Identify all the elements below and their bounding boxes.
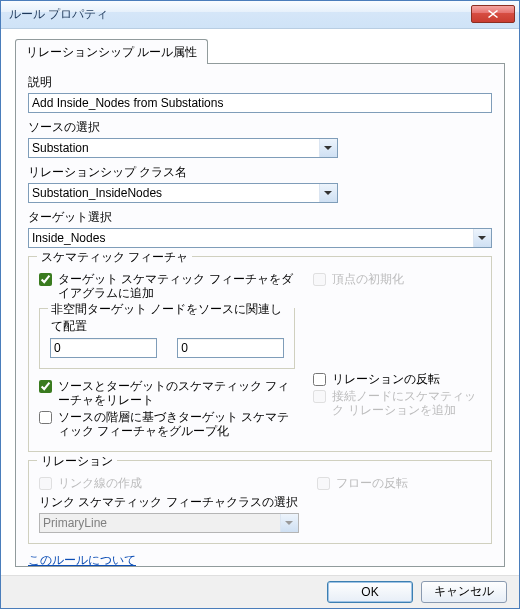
chk-init-vertex-label: 頂点の初期化 <box>332 272 404 286</box>
label-rel-class: リレーションシップ クラス名 <box>28 164 492 181</box>
group-relation-legend: リレーション <box>37 453 117 470</box>
chk-invert-flow <box>317 477 330 490</box>
chk-create-links <box>39 477 52 490</box>
chk-create-links-label: リンク線の作成 <box>58 476 142 490</box>
chk-add-conn-schema <box>313 390 326 403</box>
label-target-select: ターゲット選択 <box>28 209 492 226</box>
tab-panel: 説明 ソースの選択 Substation リレーションシップ クラス名 Subs… <box>15 63 505 567</box>
chk-add-target-diagram-label: ターゲット スケマティック フィーチャをダイアグラムに追加 <box>58 272 295 300</box>
close-button[interactable] <box>471 5 515 23</box>
dialog-window: ルール プロパティ リレーションシップ ルール属性 説明 ソースの選択 Subs… <box>0 0 520 609</box>
chk-init-vertex <box>313 273 326 286</box>
label-link-class: リンク スケマティック フィーチャクラスの選択 <box>39 494 299 511</box>
chk-invert-relation[interactable] <box>313 373 326 386</box>
chk-relate-src-tgt-label: ソースとターゲットのスケマティック フィーチャをリレート <box>58 379 295 407</box>
tab-strip: リレーションシップ ルール属性 <box>15 39 505 63</box>
group-schematic-feature: スケマティック フィーチャ ターゲット スケマティック フィーチャをダイアグラム… <box>28 256 492 452</box>
angle-field[interactable] <box>177 338 284 358</box>
label-description: 説明 <box>28 74 492 91</box>
tab-relationship-attrs[interactable]: リレーションシップ ルール属性 <box>15 39 208 64</box>
button-bar: OK キャンセル <box>1 575 519 608</box>
rel-class-dropdown[interactable]: Substation_InsideNodes <box>28 183 338 203</box>
group-relation: リレーション リンク線の作成 リンク スケマティック フィーチャクラスの選択 P… <box>28 460 492 544</box>
radius-field[interactable] <box>50 338 157 358</box>
client-area: リレーションシップ ルール属性 説明 ソースの選択 Substation リレー… <box>1 29 519 575</box>
close-icon <box>488 10 498 18</box>
chk-add-target-diagram[interactable] <box>39 273 52 286</box>
group-nonspatial-legend: 非空間ターゲット ノードをソースに関連して配置 <box>48 301 294 335</box>
ok-button[interactable]: OK <box>327 581 413 603</box>
source-select-dropdown[interactable]: Substation <box>28 138 338 158</box>
chk-invert-flow-label: フローの反転 <box>336 476 408 490</box>
link-class-dropdown: PrimaryLine <box>39 513 299 533</box>
link-class-value: PrimaryLine <box>43 516 107 530</box>
chk-group-hierarchy[interactable] <box>39 411 52 424</box>
about-rule-link[interactable]: このルールについて <box>28 552 136 569</box>
title-bar: ルール プロパティ <box>1 1 519 29</box>
target-select-dropdown[interactable]: Inside_Nodes <box>28 228 492 248</box>
chk-invert-relation-label: リレーションの反転 <box>332 372 440 386</box>
rel-class-value: Substation_InsideNodes <box>32 186 162 200</box>
chk-add-conn-schema-label: 接続ノードにスケマティック リレーションを追加 <box>332 389 481 417</box>
group-schematic-feature-legend: スケマティック フィーチャ <box>37 249 192 266</box>
label-source-select: ソースの選択 <box>28 119 492 136</box>
description-field[interactable] <box>28 93 492 113</box>
window-title: ルール プロパティ <box>9 6 471 23</box>
source-select-value: Substation <box>32 141 89 155</box>
chk-group-hierarchy-label: ソースの階層に基づきターゲット スケマティック フィーチャをグループ化 <box>58 410 295 438</box>
group-nonspatial: 非空間ターゲット ノードをソースに関連して配置 半径 角度 <box>39 308 295 369</box>
cancel-button[interactable]: キャンセル <box>421 581 507 603</box>
target-select-value: Inside_Nodes <box>32 231 105 245</box>
chk-relate-src-tgt[interactable] <box>39 380 52 393</box>
